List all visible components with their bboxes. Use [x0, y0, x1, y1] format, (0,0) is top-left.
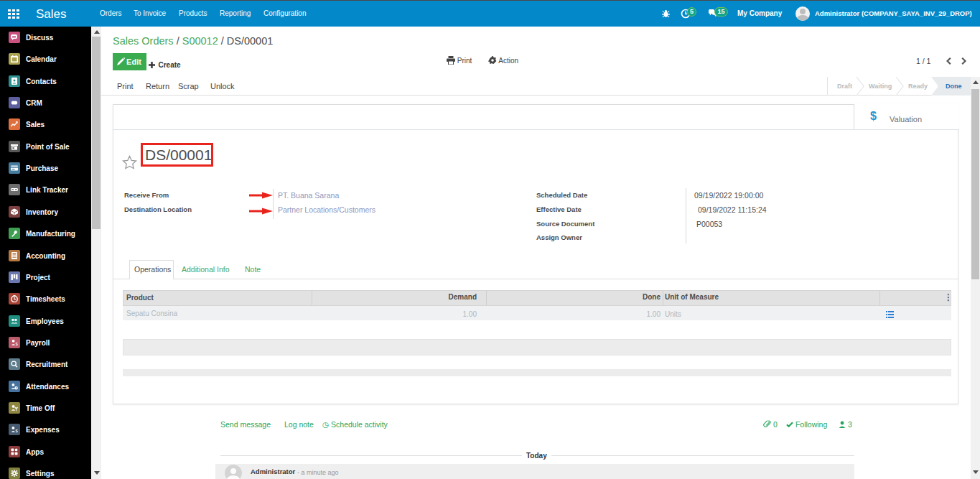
svg-text:$: $	[15, 429, 18, 433]
svg-text:$: $	[16, 342, 18, 346]
